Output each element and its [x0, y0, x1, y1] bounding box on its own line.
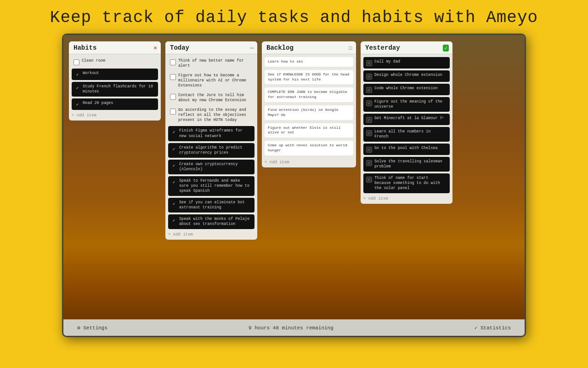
task-checkbox[interactable]: ✓ [171, 146, 177, 152]
list-item: ✓ Think of name for start because someth… [363, 173, 450, 193]
timer-label: 9 hours 48 minutes remaining [249, 325, 334, 331]
task-text: Read 20 pages [83, 101, 113, 106]
list-item: ✓ Get Minecraft at la Glamour 🏳 [363, 114, 450, 125]
list-item: ✓ Go to the pool with Chelsea [363, 144, 450, 155]
list-item: Learn how to ski [265, 57, 353, 67]
task-text: Code whole Chrome extension [374, 86, 438, 91]
task-checkbox[interactable]: ✓ [366, 147, 372, 153]
yesterday-add-item[interactable]: + Add item [361, 194, 452, 204]
backlog-title: Backlog [266, 44, 294, 52]
list-item: Figure out whether Elvis is still alive … [265, 123, 353, 138]
list-item: ✓ Study French flashcards for 10 minutes [72, 82, 158, 97]
habits-body: Clean room ✓ Workout ✓ Study French flas… [69, 54, 161, 111]
task-checkbox[interactable]: ✓ [366, 130, 372, 136]
list-item: ✓ See if you can eliminate bot astronaut… [168, 198, 254, 213]
task-checkbox[interactable]: ✓ [171, 163, 177, 169]
task-checkbox[interactable]: ✓ [171, 179, 177, 185]
app-window: Habits ✕ Clean room ✓ Workout ✓ Study Fr… [62, 34, 526, 337]
task-text: See if you can eliminate bot astronaut t… [179, 200, 252, 210]
task-checkbox[interactable] [74, 59, 79, 65]
task-text: Workout [83, 71, 99, 76]
habits-header: Habits ✕ [69, 41, 161, 54]
list-item: ✓ Code whole Chrome extension [363, 84, 450, 95]
backlog-header: Backlog ☐ [262, 41, 356, 54]
task-checkbox[interactable]: ✓ [366, 60, 372, 66]
list-item: ✓ Speak with the monks of Pelaje about s… [168, 214, 254, 229]
list-item: Find attention (birds) on Google Maps? b… [265, 105, 353, 120]
habits-close-icon[interactable]: ✕ [153, 44, 157, 52]
list-item: Figure out how to become a millionaire w… [168, 72, 254, 90]
task-checkbox[interactable]: ✓ [366, 160, 372, 166]
yesterday-header: Yesterday ✓ [361, 41, 452, 54]
backlog-add-item[interactable]: + Add item [262, 158, 356, 167]
list-item: ✓ Design whole Chrome extension [363, 70, 450, 82]
task-checkbox[interactable]: ✓ [366, 87, 372, 93]
today-body: Think of new better name for alert Figur… [165, 54, 257, 230]
backlog-column: Backlog ☐ Learn how to ski See if KNOWLE… [262, 41, 356, 167]
task-text: Speak with the monks of Pelaje about sex… [179, 217, 252, 227]
list-item: ✓ Call my dad [363, 57, 450, 69]
habits-column: Habits ✕ Clean room ✓ Workout ✓ Study Fr… [69, 41, 161, 121]
list-item: Come up with novel solution to world hun… [265, 141, 353, 155]
list-item: ✓ Finish Figma wireframes for new social… [168, 126, 254, 141]
list-item: Go according to the essay and reflect on… [168, 106, 254, 124]
task-text: Clean room [82, 58, 105, 63]
task-checkbox[interactable]: ✓ [74, 102, 80, 108]
backlog-body: Learn how to ski See if KNOWLEDGE IS GOO… [262, 54, 356, 158]
task-checkbox[interactable] [170, 94, 176, 100]
list-item: ✓ Speak to Fernando and make sure you st… [168, 176, 254, 196]
settings-button[interactable]: ⚙ Settings [77, 325, 107, 331]
status-bar: ⚙ Settings 9 hours 48 minutes remaining … [63, 319, 525, 336]
task-checkbox[interactable] [170, 74, 176, 80]
task-checkbox[interactable]: ✓ [74, 85, 80, 91]
task-checkbox[interactable] [170, 109, 176, 115]
today-add-item[interactable]: + Add item [165, 230, 257, 240]
task-text: Learn all the numbers in French [374, 129, 447, 139]
list-item: COMPLETE DON JUAN to become eligible for… [265, 87, 353, 102]
today-header: Today — [165, 41, 257, 54]
task-text: Solve the travelling salesman problem [374, 159, 447, 169]
columns-container: Habits ✕ Clean room ✓ Workout ✓ Study Fr… [63, 35, 525, 319]
headline: Keep track of daily tasks and habits wit… [50, 8, 538, 27]
task-checkbox[interactable]: ✓ [366, 177, 372, 183]
yesterday-body: ✓ Call my dad ✓ Design whole Chrome exte… [361, 54, 452, 194]
yesterday-title: Yesterday [365, 44, 400, 52]
list-item: ✓ Create algorithm to predict cryptocurr… [168, 143, 254, 158]
habits-title: Habits [74, 44, 96, 52]
task-checkbox[interactable]: ✓ [366, 100, 372, 106]
task-text: Design whole Chrome extension [374, 73, 442, 78]
task-checkbox[interactable] [170, 59, 176, 65]
list-item: Clean room [72, 57, 158, 67]
task-text: Call my dad [374, 59, 400, 64]
task-text: Think of new better name for alert [178, 58, 253, 69]
today-minimize-icon[interactable]: — [250, 45, 254, 52]
list-item: ✓ Create own cryptocurrency (Alencoln) [168, 160, 254, 174]
task-text: Think of name for start because somethin… [374, 176, 447, 191]
task-checkbox[interactable]: ✓ [171, 129, 177, 135]
task-text: Figure out how to become a millionaire w… [178, 73, 253, 88]
list-item: ✓ Workout [72, 69, 158, 80]
yesterday-check-icon[interactable]: ✓ [443, 45, 449, 52]
task-checkbox[interactable]: ✓ [366, 74, 372, 80]
task-text: Figure out the meaning of the universe [374, 99, 447, 109]
today-title: Today [170, 44, 189, 52]
backlog-icon[interactable]: ☐ [349, 44, 352, 52]
task-checkbox[interactable]: ✓ [74, 72, 80, 78]
list-item: See if KNOWLEDGE IS GOOD for the head sy… [265, 70, 353, 85]
list-item: ✓ Learn all the numbers in French [363, 127, 450, 142]
task-text: Create algorithm to predict cryptocurren… [179, 145, 252, 155]
habits-add-item[interactable]: + Add item [69, 111, 161, 121]
task-checkbox[interactable]: ✓ [366, 117, 372, 123]
task-checkbox[interactable]: ✓ [171, 218, 177, 224]
list-item: Contact the Jure to tell him about my ne… [168, 92, 254, 104]
task-text: Contact the Jure to tell him about my ne… [178, 93, 253, 103]
task-text: Create own cryptocurrency (Alencoln) [179, 162, 252, 172]
task-text: Study French flashcards for 10 minutes [83, 84, 155, 94]
list-item: Think of new better name for alert [168, 57, 254, 70]
task-text: Speak to Fernando and make sure you stil… [179, 178, 252, 194]
task-text: Finish Figma wireframes for new social n… [179, 128, 252, 138]
statistics-button[interactable]: ✓ Statistics [475, 325, 511, 331]
task-checkbox[interactable]: ✓ [171, 201, 177, 207]
list-item: ✓ Read 20 pages [72, 98, 158, 110]
today-column: Today — Think of new better name for ale… [165, 41, 257, 240]
